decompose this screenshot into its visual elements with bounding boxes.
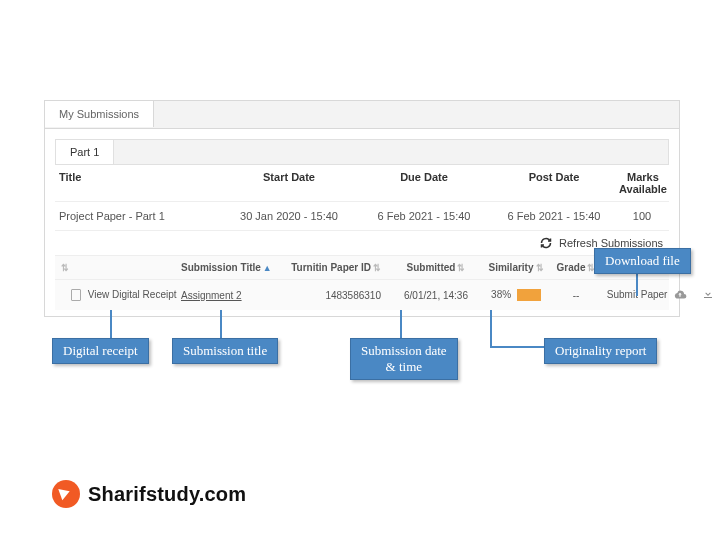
brand-row: Sharifstudy.com <box>52 480 246 508</box>
paper-id-cell: 1483586310 <box>291 290 391 301</box>
download-icon[interactable] <box>702 288 714 302</box>
callout-digital-receipt: Digital receipt <box>52 338 149 364</box>
tab-part-1[interactable]: Part 1 <box>56 140 114 164</box>
callout-download: Download file <box>594 248 691 274</box>
col-post-date: Post Date <box>489 171 619 195</box>
connector <box>490 310 492 346</box>
cloud-upload-icon[interactable] <box>673 289 687 302</box>
tab-row: My Submissions <box>45 101 679 129</box>
submission-row: View Digital Receipt Assignment 2 148358… <box>55 280 669 310</box>
connector <box>490 346 544 348</box>
col-submitted[interactable]: Submitted⇅ <box>391 262 481 273</box>
submit-paper-cell[interactable]: Submit Paper <box>601 289 693 302</box>
connector <box>110 310 112 338</box>
assignment-start: 30 Jan 2020 - 15:40 <box>219 210 359 222</box>
col-submission-title[interactable]: Submission Title▲ <box>181 262 291 273</box>
submissions-panel: My Submissions Part 1 Title Start Date D… <box>44 100 680 317</box>
panel-inner: Part 1 Title Start Date Due Date Post Da… <box>45 129 679 316</box>
similarity-cell[interactable]: 38% <box>481 289 551 301</box>
col-similarity[interactable]: Similarity⇅ <box>481 262 551 273</box>
view-receipt-cell[interactable]: View Digital Receipt <box>71 289 181 301</box>
col-start-date: Start Date <box>219 171 359 195</box>
callout-submission-title: Submission title <box>172 338 278 364</box>
refresh-icon[interactable] <box>540 237 552 251</box>
document-icon <box>71 289 81 301</box>
callout-originality: Originality report <box>544 338 657 364</box>
grade-cell: -- <box>551 290 601 301</box>
tab-my-submissions[interactable]: My Submissions <box>45 101 154 127</box>
assignment-data-row: Project Paper - Part 1 30 Jan 2020 - 15:… <box>55 202 669 231</box>
similarity-value: 38% <box>491 289 511 300</box>
submission-header-row: ⇅ Submission Title▲ Turnitin Paper ID⇅ S… <box>55 255 669 280</box>
submission-title-cell[interactable]: Assignment 2 <box>181 290 291 301</box>
assignment-marks: 100 <box>619 210 665 222</box>
similarity-bar <box>517 289 541 301</box>
assignment-header-row: Title Start Date Due Date Post Date Mark… <box>55 165 669 202</box>
view-receipt-link[interactable]: View Digital Receipt <box>88 289 177 300</box>
col-paper-id[interactable]: Turnitin Paper ID⇅ <box>291 262 391 273</box>
refresh-row: Refresh Submissions <box>55 231 669 255</box>
col-sort-blank: ⇅ <box>57 262 71 273</box>
assignment-due: 6 Feb 2021 - 15:40 <box>359 210 489 222</box>
connector <box>220 310 222 338</box>
download-cell[interactable] <box>693 288 720 302</box>
assignment-post: 6 Feb 2021 - 15:40 <box>489 210 619 222</box>
col-marks: Marks Available <box>619 171 667 195</box>
submission-title-link[interactable]: Assignment 2 <box>181 290 242 301</box>
col-due-date: Due Date <box>359 171 489 195</box>
brand-text: Sharifstudy.com <box>88 483 246 506</box>
callout-submission-datetime: Submission date & time <box>350 338 458 380</box>
connector <box>400 310 402 338</box>
assignment-title: Project Paper - Part 1 <box>59 210 219 222</box>
submitted-cell: 6/01/21, 14:36 <box>391 290 481 301</box>
col-title: Title <box>59 171 219 195</box>
page: My Submissions Part 1 Title Start Date D… <box>0 0 720 540</box>
part-tab-row: Part 1 <box>55 139 669 165</box>
brand-icon <box>52 480 80 508</box>
